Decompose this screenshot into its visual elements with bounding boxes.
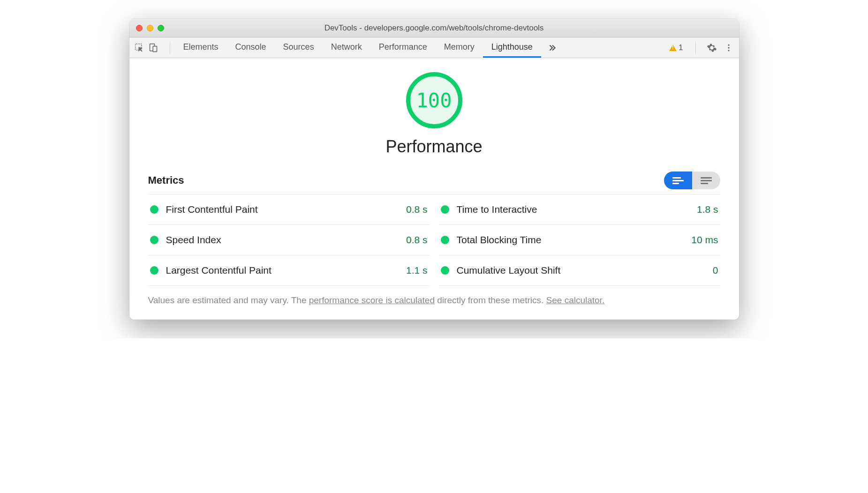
metric-value: 10 ms	[691, 234, 718, 246]
window-title: DevTools - developers.google.com/web/too…	[129, 23, 739, 33]
tab-elements[interactable]: Elements	[175, 37, 227, 58]
tab-performance[interactable]: Performance	[370, 37, 436, 58]
metric-value: 1.1 s	[406, 265, 428, 276]
metrics-view-toggle	[664, 172, 720, 189]
settings-gear-icon[interactable]	[706, 42, 717, 53]
svg-point-3	[728, 44, 729, 45]
metric-name: Cumulative Layout Shift	[457, 265, 705, 276]
devtools-window: DevTools - developers.google.com/web/too…	[129, 19, 739, 320]
view-toggle-expanded[interactable]	[692, 172, 720, 189]
score-calculation-link[interactable]: performance score is calculated	[309, 295, 435, 305]
metric-name: Largest Contentful Paint	[166, 265, 399, 276]
metric-value: 0	[713, 265, 718, 276]
warning-icon	[669, 45, 677, 51]
metrics-label: Metrics	[148, 174, 184, 187]
footnote-text: directly from these metrics.	[435, 295, 546, 305]
metrics-footnote: Values are estimated and may vary. The p…	[148, 295, 720, 306]
status-dot-icon	[441, 205, 449, 214]
minimize-window-button[interactable]	[147, 25, 153, 31]
svg-point-4	[728, 47, 729, 48]
category-title: Performance	[148, 137, 720, 157]
metric-row: First Contentful Paint 0.8 s	[148, 194, 430, 225]
metric-name: Time to Interactive	[457, 204, 689, 215]
metric-value: 1.8 s	[697, 204, 718, 215]
metric-value: 0.8 s	[406, 234, 428, 246]
device-toggle-icon[interactable]	[148, 43, 159, 53]
warnings-count: 1	[679, 43, 683, 52]
status-dot-icon	[150, 205, 159, 214]
tabs-container: Elements Console Sources Network Perform…	[175, 37, 668, 58]
metrics-grid: First Contentful Paint 0.8 s Time to Int…	[148, 194, 720, 286]
see-calculator-link[interactable]: See calculator.	[546, 295, 605, 305]
metric-row: Time to Interactive 1.8 s	[439, 194, 720, 225]
more-menu-icon[interactable]	[723, 42, 734, 53]
inspect-element-icon[interactable]	[134, 43, 144, 53]
compact-view-icon	[672, 177, 684, 184]
metric-name: First Contentful Paint	[166, 204, 399, 215]
close-window-button[interactable]	[136, 25, 143, 31]
divider	[695, 42, 696, 54]
expanded-view-icon	[701, 177, 712, 184]
titlebar: DevTools - developers.google.com/web/too…	[129, 19, 739, 37]
metrics-header: Metrics	[148, 172, 720, 189]
lighthouse-panel: 100 Performance Metrics	[129, 58, 739, 320]
metric-name: Speed Index	[166, 234, 399, 246]
metric-row: Total Blocking Time 10 ms	[439, 225, 720, 255]
status-dot-icon	[150, 266, 159, 275]
tab-lighthouse[interactable]: Lighthouse	[483, 37, 541, 58]
metric-row: Largest Contentful Paint 1.1 s	[148, 255, 430, 286]
status-dot-icon	[441, 266, 449, 275]
metric-name: Total Blocking Time	[457, 234, 684, 246]
performance-score-gauge: 100	[406, 72, 462, 128]
view-toggle-compact[interactable]	[664, 172, 692, 189]
status-dot-icon	[150, 236, 159, 244]
zoom-window-button[interactable]	[158, 25, 164, 31]
warnings-badge[interactable]: 1	[667, 43, 685, 52]
metric-row: Cumulative Layout Shift 0	[439, 255, 720, 286]
divider	[170, 42, 170, 54]
tab-network[interactable]: Network	[323, 37, 370, 58]
metric-row: Speed Index 0.8 s	[148, 225, 430, 255]
performance-score-value: 100	[416, 89, 452, 112]
svg-rect-2	[153, 46, 157, 52]
tab-console[interactable]: Console	[227, 37, 275, 58]
status-dot-icon	[441, 236, 449, 244]
devtools-tabbar: Elements Console Sources Network Perform…	[129, 37, 739, 58]
tab-sources[interactable]: Sources	[275, 37, 323, 58]
traffic-lights	[136, 25, 164, 31]
tabs-overflow-icon[interactable]	[541, 43, 563, 53]
svg-point-5	[728, 50, 729, 51]
metric-value: 0.8 s	[406, 204, 428, 215]
footnote-text: Values are estimated and may vary. The	[148, 295, 309, 305]
tab-memory[interactable]: Memory	[436, 37, 483, 58]
